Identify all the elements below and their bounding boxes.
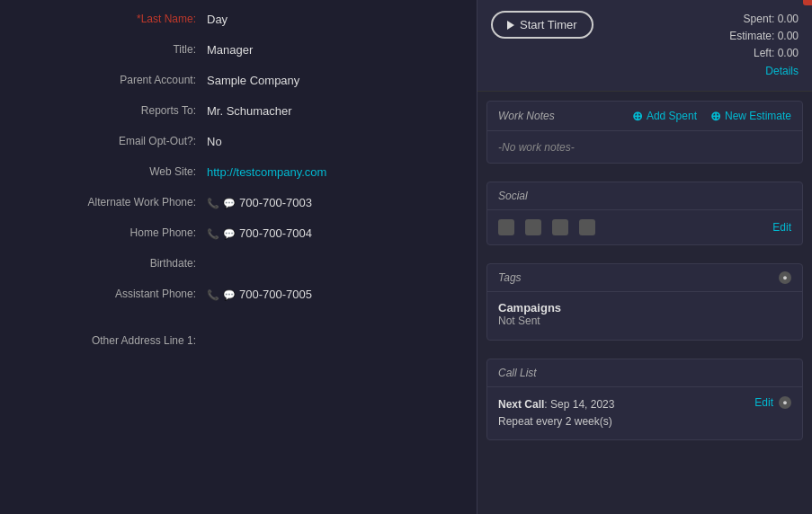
tags-title: Tags: [498, 271, 522, 284]
field-value-0: Day: [207, 13, 228, 26]
field-row-2: Parent Account:Sample Company: [18, 70, 459, 90]
add-spent-label: Add Spent: [647, 110, 697, 122]
field-row-4: Email Opt-Out?:No: [18, 131, 459, 151]
sms-icon-6: 💬: [223, 198, 236, 209]
call-list-edit-link[interactable]: Edit: [754, 396, 773, 409]
field-row-7: Home Phone:📞💬700-700-7004: [18, 223, 459, 243]
field-row-3: Reports To:Mr. Schumacher: [18, 101, 459, 120]
add-spent-icon: ⊕: [632, 109, 643, 123]
tags-info-icon[interactable]: ●: [779, 271, 791, 284]
call-list-info-icon[interactable]: ●: [779, 396, 791, 409]
field-value-2: Sample Company: [207, 74, 299, 87]
call-list-header: Call List: [487, 359, 802, 387]
field-row-8: Birthdate:: [18, 253, 459, 273]
facebook-icon[interactable]: [498, 219, 514, 235]
social-card: Social Edit: [486, 182, 803, 245]
field-value-7: 📞💬700-700-7004: [207, 226, 312, 240]
phone-icon-9: 📞: [207, 289, 219, 301]
phone-icon-6: 📞: [207, 198, 219, 209]
field-value-9: 📞💬700-700-7005: [207, 288, 312, 301]
top-bar-accent: [803, 0, 812, 5]
tags-body: Campaigns Not Sent: [487, 292, 802, 340]
social-icons: [498, 219, 595, 235]
social-row: Edit: [498, 219, 791, 235]
work-notes-title: Work Notes: [498, 110, 555, 122]
left-panel: *Last Name:DayTitle:ManagerParent Accoun…: [0, 0, 477, 514]
new-estimate-icon: ⊕: [710, 109, 721, 123]
field-row-5: Web Site:http://testcompany.com: [18, 162, 459, 182]
work-notes-actions: ⊕ Add Spent ⊕ New Estimate: [632, 109, 791, 123]
social-edit-link[interactable]: Edit: [772, 221, 791, 234]
work-notes-header: Work Notes ⊕ Add Spent ⊕ New Estimate: [487, 102, 802, 131]
right-panel: Start Timer Spent: 0.00 Estimate: 0.00 L…: [477, 0, 812, 514]
fields-container: *Last Name:DayTitle:ManagerParent Accoun…: [18, 9, 459, 304]
phone-number-7: 700-700-7004: [239, 226, 312, 240]
timer-left: Left: 0.00: [729, 45, 799, 62]
tags-card: Tags ● Campaigns Not Sent: [486, 263, 803, 341]
field-value-4: No: [207, 135, 222, 148]
twitter-icon[interactable]: [525, 219, 541, 235]
field-label-1: Title:: [18, 43, 207, 56]
tags-header: Tags ●: [487, 264, 802, 292]
play-icon: [507, 21, 514, 30]
campaigns-tag: Campaigns Not Sent: [498, 301, 791, 327]
timer-section: Start Timer Spent: 0.00 Estimate: 0.00 L…: [477, 0, 812, 92]
field-label-3: Reports To:: [18, 104, 207, 117]
field-value-1: Manager: [207, 43, 253, 57]
social-body: Edit: [487, 210, 802, 244]
add-spent-button[interactable]: ⊕ Add Spent: [632, 109, 697, 123]
field-value-6: 📞💬700-700-7003: [207, 196, 312, 209]
field-label-5: Web Site:: [18, 165, 207, 178]
website-link[interactable]: http://testcompany.com: [207, 165, 326, 179]
campaigns-value: Not Sent: [498, 315, 791, 327]
call-list-card: Call List Next Call: Sep 14, 2023 Repeat…: [486, 359, 803, 440]
work-notes-body: -No work notes-: [487, 131, 802, 163]
call-list-body: Next Call: Sep 14, 2023 Repeat every 2 w…: [487, 387, 802, 439]
field-row-1: Title:Manager: [18, 40, 459, 59]
social-title: Social: [498, 190, 528, 202]
phone-number-9: 700-700-7005: [239, 288, 312, 301]
timer-stats: Spent: 0.00 Estimate: 0.00 Left: 0.00 De…: [729, 11, 799, 80]
field-label-2: Parent Account:: [18, 74, 207, 86]
next-call-line: Next Call: Sep 14, 2023: [498, 396, 614, 413]
repeat-info: Repeat every 2 week(s): [498, 413, 614, 430]
field-label-0: *Last Name:: [18, 13, 207, 25]
field-label-9: Assistant Phone:: [18, 288, 207, 300]
work-notes-card: Work Notes ⊕ Add Spent ⊕ New Estimate -N…: [486, 101, 803, 164]
new-estimate-button[interactable]: ⊕ New Estimate: [710, 109, 791, 123]
skype-icon[interactable]: [579, 219, 595, 235]
field-row-0: *Last Name:Day: [18, 9, 459, 29]
phone-icons-7: 📞💬: [207, 228, 236, 240]
start-timer-button[interactable]: Start Timer: [491, 11, 593, 39]
tumblr-icon[interactable]: [552, 219, 568, 235]
next-call-label: Next Call: [498, 398, 544, 411]
other-address-label: Other Address Line 1:: [18, 334, 207, 347]
other-address-row: Other Address Line 1:: [18, 331, 459, 350]
field-row-9: Assistant Phone:📞💬700-700-7005: [18, 284, 459, 304]
timer-details-link[interactable]: Details: [765, 65, 799, 77]
field-label-8: Birthdate:: [18, 257, 207, 270]
field-label-7: Home Phone:: [18, 226, 207, 239]
phone-icons-9: 📞💬: [207, 289, 236, 301]
field-value-5: http://testcompany.com: [207, 165, 326, 179]
phone-icons-6: 📞💬: [207, 198, 236, 209]
field-label-6: Alternate Work Phone:: [18, 196, 207, 208]
timer-estimate: Estimate: 0.00: [729, 28, 799, 45]
next-call-value: Sep 14, 2023: [550, 398, 614, 411]
sms-icon-9: 💬: [223, 289, 236, 301]
new-estimate-label: New Estimate: [725, 110, 791, 122]
campaigns-label: Campaigns: [498, 301, 791, 315]
call-info: Next Call: Sep 14, 2023 Repeat every 2 w…: [498, 396, 614, 430]
phone-number-6: 700-700-7003: [239, 196, 312, 209]
start-timer-label: Start Timer: [520, 18, 577, 31]
field-value-3: Mr. Schumacher: [207, 104, 292, 118]
field-row-6: Alternate Work Phone:📞💬700-700-7003: [18, 192, 459, 212]
timer-spent: Spent: 0.00: [729, 11, 799, 28]
social-header: Social: [487, 182, 802, 210]
work-notes-empty: -No work notes-: [498, 141, 575, 154]
call-list-actions: Edit ●: [754, 396, 791, 409]
phone-icon-7: 📞: [207, 228, 219, 240]
field-label-4: Email Opt-Out?:: [18, 135, 207, 147]
sms-icon-7: 💬: [223, 228, 236, 240]
call-list-title: Call List: [498, 367, 537, 379]
